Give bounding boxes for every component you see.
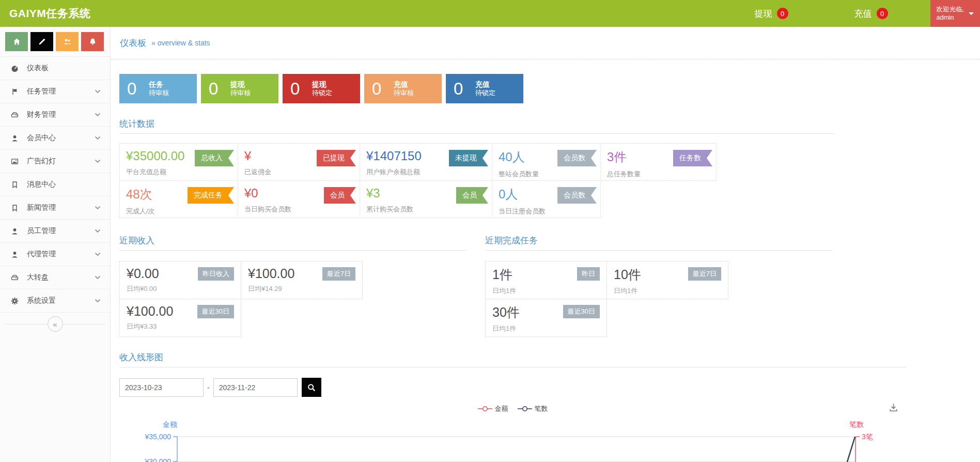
sidebar-item-staff-management[interactable]: 员工管理: [0, 220, 110, 243]
chevron-down-icon: [95, 113, 101, 117]
tasks-daily-avg: 日均1件: [492, 286, 600, 296]
stat-ribbon: 完成任务: [188, 187, 234, 204]
chart-download-button[interactable]: [888, 402, 899, 415]
stat-label: 当日注册会员数: [499, 207, 594, 216]
chevron-down-icon: [95, 89, 101, 94]
sidebar-item-task-management[interactable]: 任务管理: [0, 80, 110, 103]
income-yesterday-box: ¥0.00 昨日收入 日均¥0.00: [119, 261, 241, 299]
stat-label: 整站会员数量: [499, 170, 594, 179]
tasks-daily-avg: 日均1件: [492, 324, 600, 333]
users-icon: [63, 37, 72, 46]
top-bar: GAIYM任务系统 提现 0 充值 0 欢迎光临, admin: [0, 0, 980, 27]
chevron-down-icon: [95, 206, 101, 210]
sidebar-item-finance-management[interactable]: 财务管理: [0, 103, 110, 127]
tile-label: 提现: [312, 80, 332, 89]
tile-sublabel: 待审核: [230, 89, 251, 98]
tile-withdraw-pending-review[interactable]: 0 提现 待审核: [201, 74, 278, 103]
date-from-input[interactable]: [119, 378, 204, 397]
sidebar-item-member-center[interactable]: 会员中心: [0, 127, 110, 150]
income-daily-avg: 日均¥0.00: [127, 284, 234, 294]
income-value: ¥0.00: [127, 266, 159, 281]
stat-ribbon: 会员数: [557, 150, 597, 166]
breadcrumb-current[interactable]: 仪表板: [120, 37, 146, 49]
income-line-chart: 金额 ¥35,000 ¥30,000 笔数 3笔 2.5笔: [119, 419, 906, 462]
legend-item-count[interactable]: 笔数: [518, 404, 548, 413]
edit-shortcut-button[interactable]: [30, 32, 53, 51]
stat-value: ¥3: [366, 186, 380, 200]
sidebar-collapse-button[interactable]: «: [48, 316, 63, 332]
user-menu[interactable]: 欢迎光临, admin: [930, 0, 980, 27]
date-range-separator: -: [207, 383, 210, 392]
sidebar-item-system-settings[interactable]: 系统设置: [0, 289, 110, 313]
sidebar-item-label: 新闻管理: [27, 203, 56, 212]
home-shortcut-button[interactable]: [5, 32, 28, 51]
tile-count: 0: [372, 79, 394, 99]
header-right: 提现 0 充值 0 欢迎光临, admin: [755, 0, 980, 27]
tile-recharge-pending-review[interactable]: 0 充值 待审核: [364, 74, 442, 103]
sidebar-item-label: 任务管理: [27, 87, 56, 96]
income-badge: 昨日收入: [198, 267, 234, 281]
tile-recharge-pending-lock[interactable]: 0 充值 待锁定: [446, 74, 523, 103]
notifications-shortcut-button[interactable]: [81, 32, 104, 51]
left-axis-tick: ¥35,000: [144, 433, 171, 441]
chevron-down-icon: [95, 159, 101, 163]
gear-icon: [10, 297, 19, 305]
tile-withdraw-pending-lock[interactable]: 0 提现 待锁定: [283, 74, 360, 103]
sidebar-item-label: 系统设置: [27, 296, 56, 305]
drive-icon: [10, 111, 19, 119]
stat-members-bought-total: ¥3 会员 累计购买会员数: [360, 180, 492, 218]
date-to-input[interactable]: [213, 378, 298, 397]
bell-icon: [88, 37, 97, 46]
stat-label: 平台充值总额: [126, 167, 231, 177]
income-badge: 最近30日: [197, 305, 234, 318]
download-icon: [888, 402, 899, 413]
stat-label: 已返佣金: [244, 167, 353, 177]
tile-label: 充值: [475, 80, 495, 89]
stat-value: 48次: [126, 187, 152, 201]
sidebar-item-wheel[interactable]: 大转盘: [0, 266, 110, 289]
stat-value: ¥: [244, 149, 251, 163]
stat-value: ¥35000.00: [126, 149, 184, 163]
stat-label: 累计购买会员数: [366, 205, 486, 214]
drive-icon: [10, 273, 19, 282]
sidebar-item-dashboard[interactable]: 仪表板: [0, 57, 110, 80]
home-icon: [12, 37, 21, 46]
income-daily-avg: 日均¥3.33: [127, 322, 234, 331]
sidebar-item-agent-management[interactable]: 代理管理: [0, 243, 110, 266]
legend-item-amount[interactable]: 金额: [478, 404, 508, 413]
sidebar-item-message-center[interactable]: 消息中心: [0, 173, 110, 196]
sidebar-item-label: 代理管理: [27, 250, 56, 259]
income-7day-box: ¥100.00 最近7日 日均¥14.29: [241, 261, 363, 299]
income-daily-avg: 日均¥14.29: [248, 284, 355, 294]
recharge-nav[interactable]: 充值 0: [854, 8, 888, 20]
sidebar-collapse-row: «: [0, 313, 110, 336]
chart-date-controls: -: [119, 378, 980, 397]
stat-ribbon: 会员: [324, 187, 356, 204]
user-icon: [10, 250, 19, 259]
income-value: ¥100.00: [127, 304, 173, 319]
chart-search-button[interactable]: [302, 378, 321, 397]
users-shortcut-button[interactable]: [56, 32, 79, 51]
recent-income-title: 近期收入: [119, 235, 466, 251]
stat-ribbon: 已提现: [317, 150, 356, 166]
income-chart-panel: 金额 笔数: [119, 401, 906, 462]
chart-section-title: 收入线形图: [119, 351, 906, 367]
tile-sublabel: 待审核: [149, 89, 169, 98]
image-icon: [10, 157, 19, 166]
stat-unwithdrawn: ¥1407150 未提现 用户账户余额总额: [360, 143, 492, 181]
stat-ribbon: 总收入: [195, 150, 234, 166]
sidebar-item-ad-slides[interactable]: 广告幻灯: [0, 150, 110, 173]
stat-withdrawn: ¥ 已提现 已返佣金: [238, 143, 360, 181]
sidebar-item-news-management[interactable]: 新闻管理: [0, 196, 110, 220]
search-icon: [307, 383, 316, 392]
tile-count: 0: [209, 79, 230, 99]
stat-value: 0人: [499, 187, 518, 201]
line-marker-icon: [478, 406, 492, 412]
withdraw-nav[interactable]: 提现 0: [755, 8, 788, 20]
bookmark-icon: [10, 204, 19, 212]
breadcrumb: 仪表板 » overview & stats: [111, 27, 980, 59]
tasks-7day-box: 10件 最近7日 日均1件: [606, 261, 728, 299]
tasks-value: 1件: [492, 266, 512, 283]
tile-task-pending-review[interactable]: 0 任务 待审核: [119, 74, 197, 103]
tile-sublabel: 待审核: [394, 89, 414, 98]
